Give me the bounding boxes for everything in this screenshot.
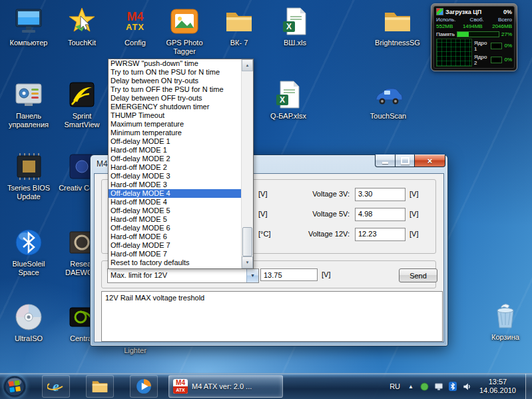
taskbar-media-player-button[interactable] — [130, 375, 158, 398]
desktop-icon-control-panel[interactable]: Панель управления — [4, 79, 53, 129]
voltage-5v-label: Voltage 5V: — [288, 210, 350, 218]
taskbar-internet-explorer-button[interactable]: e — [42, 375, 70, 398]
send-button[interactable]: Send — [399, 268, 437, 282]
memory-column-headers: Исполь.Своб.Всего — [436, 17, 512, 23]
dropdown-item[interactable]: Off-delay MODE 6 — [109, 224, 241, 232]
desktop-icon-touchscan[interactable]: TouchScan — [364, 79, 413, 121]
desktop-icon-m4-config[interactable]: M4ATX Config — [111, 5, 160, 47]
taskbar-m4atx-app-button[interactable]: M4ATX M4 ATX ver: 2.0 ... — [168, 375, 283, 398]
dropdown-item[interactable]: Hard-off MODE 6 — [109, 232, 241, 241]
control-panel-icon — [4, 79, 53, 111]
taskbar-app-label: M4 ATX ver: 2.0 ... — [192, 382, 252, 390]
minimize-button[interactable] — [375, 155, 396, 167]
system-tray: RU ▲ 13:57 14.06.2010 — [388, 374, 532, 399]
value-input[interactable] — [260, 268, 318, 281]
chevron-down-icon[interactable]: ▼ — [246, 269, 258, 282]
desktop-icon-tseries-bios-update[interactable]: Tseries BIOS Update — [4, 151, 53, 201]
volume-icon[interactable] — [462, 382, 471, 391]
dropdown-item[interactable]: Hard-off MODE 1 — [109, 146, 241, 155]
bluetooth-icon[interactable] — [449, 382, 457, 391]
start-button[interactable] — [3, 375, 26, 398]
dropdown-item[interactable]: Reset to factory defaults — [109, 258, 241, 267]
desktop-icon-label: UltraISO — [4, 334, 53, 343]
desktop-icon-label: Lighter — [111, 346, 160, 355]
desktop-icon-computer[interactable]: Компьютер — [4, 5, 53, 47]
desktop-icon-touchkit[interactable]: TouchKit — [57, 5, 107, 47]
dropdown-item[interactable]: Hard-off MODE 3 — [109, 181, 241, 189]
dropdown-item[interactable]: Hard-off MODE 2 — [109, 163, 241, 172]
folder-icon — [214, 5, 264, 37]
m4-atx-icon: M4ATX — [173, 379, 188, 394]
dropdown-item[interactable]: THUMP Timeout — [109, 111, 241, 120]
dropdown-item[interactable]: Hard-off MODE 5 — [109, 215, 241, 224]
combobox-value: Max. limit for 12V — [111, 271, 167, 279]
dropdown-item[interactable]: Off-delay MODE 7 — [109, 241, 241, 250]
voltage-3v-label: Voltage 3V: — [288, 190, 350, 198]
voltage-5v-field[interactable]: 4.98 — [355, 208, 405, 221]
memory-bar — [457, 31, 499, 37]
dropdown-item[interactable]: Hard-off MODE 7 — [109, 250, 241, 258]
dropdown-item[interactable]: Off-delay MODE 3 — [109, 172, 241, 181]
show-hidden-icons-chevron[interactable]: ▲ — [407, 382, 415, 391]
desktop-icon-label: TouchScan — [364, 112, 413, 121]
dropdown-item[interactable]: Try to turn OFF the PSU for N time — [109, 85, 241, 94]
scroll-up-icon[interactable]: ▲ — [242, 59, 253, 71]
taskbar-explorer-button[interactable] — [86, 375, 114, 398]
language-indicator[interactable]: RU — [388, 382, 401, 390]
desktop-icon-qbar-xlsx[interactable]: X Q-БАР.xlsx — [264, 79, 313, 121]
desktop-icon-vsh-xls[interactable]: X ВШ.xls — [270, 5, 320, 47]
dropdown-items: PWRSW "push-down" timeTry to turn ON the… — [109, 59, 241, 268]
desktop-icon-ultraiso[interactable]: UltraISO — [4, 301, 53, 343]
sprint-icon — [57, 79, 107, 111]
description-text: 12V Rail MAX voltage treshold — [105, 294, 204, 302]
desktop-icon-vk7-folder[interactable]: ВК- 7 — [214, 5, 264, 47]
memory-percent: 27% — [501, 31, 512, 37]
dropdown-item[interactable]: Off-delay MODE 4 — [109, 189, 241, 198]
unit-label: [V] — [258, 190, 267, 198]
cpu-load-gadget[interactable]: Загрузка ЦП 0% Исполь.Своб.Всего 552МВ14… — [431, 3, 517, 71]
desktop-icon-gps-photo-tagger[interactable]: GPS Photo Tagger — [160, 5, 209, 56]
m4-atx-logo-icon: M4ATX — [111, 5, 160, 37]
voltage-12v-field[interactable]: 12.23 — [355, 228, 405, 241]
dropdown-item[interactable]: Off-delay MODE 5 — [109, 206, 241, 215]
desktop-icon-sprint-smartview[interactable]: Sprint SmartView — [57, 79, 107, 129]
desktop-icon-label: BrightnessSG — [373, 39, 422, 47]
memory-label: Память — [436, 31, 455, 37]
dropdown-scrollbar[interactable]: ▲ ▼ — [241, 59, 253, 268]
parameter-combobox[interactable]: Max. limit for 12V ▼ — [107, 268, 259, 283]
desktop-icon-bluesoleil-space[interactable]: BlueSoleil Space — [4, 226, 53, 277]
display-icon[interactable] — [434, 382, 443, 391]
dropdown-item[interactable]: Try to turn ON the PSU for N time — [109, 68, 241, 77]
maximize-button[interactable] — [396, 155, 414, 167]
dropdown-item[interactable]: EMERGENCY shutdown timer — [109, 103, 241, 111]
cd-disc-icon — [4, 301, 53, 333]
folder-icon — [373, 5, 422, 37]
close-icon: × — [427, 156, 433, 166]
voltage-3v-field[interactable]: 3.30 — [355, 188, 405, 201]
scroll-down-icon[interactable]: ▼ — [242, 256, 253, 268]
dropdown-item[interactable]: Off-delay MODE 1 — [109, 137, 241, 146]
description-textarea[interactable]: 12V Rail MAX voltage treshold — [101, 291, 443, 342]
desktop-icon-label: Q-БАР.xlsx — [264, 112, 313, 121]
dropdown-item[interactable]: Delay between OFF try-outs — [109, 94, 241, 103]
desktop-icon-recycle-bin[interactable]: Корзина — [481, 300, 530, 342]
status-green-icon[interactable] — [420, 382, 429, 391]
show-desktop-button[interactable] — [525, 374, 532, 399]
desktop-icon-label: GPS Photo Tagger — [160, 39, 209, 56]
desktop-icon-label: Sprint SmartView — [57, 112, 107, 129]
minimize-icon — [382, 162, 388, 164]
scrollbar-thumb[interactable] — [242, 227, 252, 256]
dropdown-item[interactable]: Off-delay MODE 2 — [109, 155, 241, 163]
desktop-icon-brightnesssg-folder[interactable]: BrightnessSG — [373, 5, 422, 47]
svg-text:e: e — [53, 378, 59, 394]
excel-file-icon: X — [264, 79, 313, 111]
close-button[interactable]: × — [414, 155, 445, 167]
dropdown-item[interactable]: Delay between ON try-outs — [109, 77, 241, 85]
dropdown-item[interactable]: Minimum temperature — [109, 129, 241, 137]
desktop-icon-label: Корзина — [481, 333, 530, 342]
cpu-meter-icon — [436, 8, 443, 15]
dropdown-item[interactable]: PWRSW "push-down" time — [109, 59, 241, 68]
dropdown-item[interactable]: Maximum temperature — [109, 120, 241, 129]
clock[interactable]: 13:57 14.06.2010 — [477, 378, 519, 395]
dropdown-item[interactable]: Hard-off MODE 4 — [109, 198, 241, 206]
